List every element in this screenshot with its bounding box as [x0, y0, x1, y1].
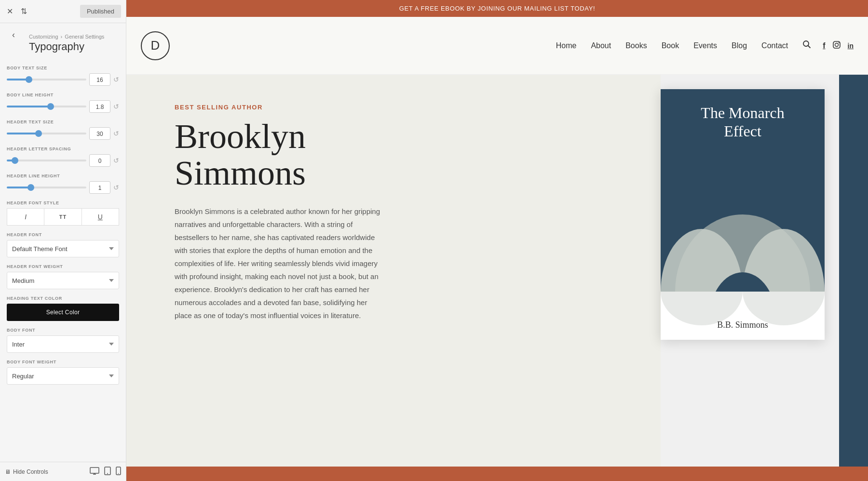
svg-line-8 [808, 46, 811, 48]
header-text-size-fill [7, 133, 39, 134]
select-color-button[interactable]: Select Color [7, 304, 119, 321]
swap-button[interactable]: ⇅ [19, 5, 29, 18]
header-font-weight-select[interactable]: Medium [7, 272, 119, 289]
mobile-view-button[interactable] [116, 467, 121, 477]
nav-item-about[interactable]: About [591, 41, 611, 50]
header-letter-spacing-control: HEADER LETTER SPACING 0 ↺ [7, 147, 119, 167]
body-line-height-reset[interactable]: ↺ [113, 103, 119, 110]
header-letter-spacing-reset[interactable]: ↺ [113, 157, 119, 164]
header-letter-spacing-value: 0 [89, 154, 110, 167]
header-line-height-thumb[interactable] [27, 184, 34, 191]
arch-shapes [661, 157, 825, 292]
nav-item-books[interactable]: Books [625, 41, 647, 50]
body-line-height-value: 1.8 [89, 100, 110, 113]
customizer-panel: ✕ ⇅ Published ‹ Customizing › General Se… [0, 0, 126, 481]
search-icon[interactable] [802, 40, 811, 51]
book-title-line2: Effect [724, 122, 761, 140]
dark-right-section [839, 75, 868, 467]
header-line-height-reset[interactable]: ↺ [113, 184, 119, 191]
book-title-line1: The Monarch [701, 104, 784, 121]
site-logo: D [141, 31, 170, 60]
nav-item-events[interactable]: Events [693, 41, 717, 50]
header-letter-spacing-label: HEADER LETTER SPACING [7, 147, 119, 151]
body-font-label: BODY FONT [7, 328, 119, 333]
heading-text-color-control: HEADING TEXT COLOR Select Color [7, 296, 119, 321]
svg-text:B.B. Simmons: B.B. Simmons [717, 320, 768, 330]
body-line-height-fill [7, 106, 51, 107]
header-font-weight-label: HEADER FONT WEIGHT [7, 264, 119, 269]
svg-rect-0 [90, 468, 99, 473]
body-line-height-label: BODY LINE HEIGHT [7, 93, 119, 97]
panel-title: Typography [22, 40, 111, 60]
book-bottom-shapes: B.B. Simmons [661, 292, 825, 340]
header-font-control: HEADER FONT Default Theme Font [7, 232, 119, 257]
nav-item-book[interactable]: Book [662, 41, 679, 50]
bottom-orange-strip [126, 467, 868, 481]
panel-controls: BODY TEXT SIZE 16 ↺ BODY LINE HEIGHT 1.8… [0, 62, 126, 462]
svg-point-10 [835, 43, 838, 47]
hero-bio: Brooklyn Simmons is a celebrated author … [175, 205, 382, 322]
body-font-weight-control: BODY FONT WEIGHT Regular [7, 360, 119, 385]
body-line-height-slider-row: 1.8 ↺ [7, 100, 119, 113]
hero-name-line2: Simmons [175, 154, 306, 192]
breadcrumb: Customizing › General Settings [22, 28, 111, 40]
breadcrumb-arrow: › [61, 34, 63, 40]
back-button[interactable]: ‹ [7, 28, 20, 41]
instagram-icon[interactable] [832, 40, 841, 51]
header-font-style-control: HEADER FONT STYLE I TT U [7, 200, 119, 226]
social-icons: f in [823, 40, 854, 51]
monitor-icon: 🖥 [5, 468, 11, 475]
header-text-size-label: HEADER TEXT SIZE [7, 120, 119, 124]
underline-button[interactable]: U [81, 208, 119, 226]
site-main: BEST SELLING AUTHOR Brooklyn Simmons Bro… [126, 75, 868, 467]
svg-point-11 [838, 42, 839, 43]
header-text-size-thumb[interactable] [35, 130, 42, 137]
best-selling-label: BEST SELLING AUTHOR [175, 104, 637, 111]
linkedin-icon[interactable]: in [848, 42, 854, 50]
heading-text-color-label: HEADING TEXT COLOR [7, 296, 119, 301]
panel-bottom-bar: 🖥 Hide Controls [0, 462, 126, 481]
nav-item-home[interactable]: Home [556, 41, 577, 50]
panel-header: ✕ ⇅ Published [0, 0, 126, 23]
nav-item-contact[interactable]: Contact [761, 41, 788, 50]
desktop-icon [90, 467, 99, 475]
header-text-size-control: HEADER TEXT SIZE 30 ↺ [7, 120, 119, 140]
header-line-height-value: 1 [89, 181, 110, 194]
header-text-size-reset[interactable]: ↺ [113, 130, 119, 137]
hide-controls-label: Hide Controls [13, 468, 48, 475]
body-font-select[interactable]: Inter [7, 335, 119, 353]
body-font-control: BODY FONT Inter [7, 328, 119, 353]
facebook-icon[interactable]: f [823, 41, 825, 50]
bold-button[interactable]: TT [44, 208, 81, 226]
body-line-height-thumb[interactable] [47, 103, 54, 110]
body-font-weight-select[interactable]: Regular [7, 367, 119, 385]
mobile-icon [116, 467, 121, 475]
hero-section: BEST SELLING AUTHOR Brooklyn Simmons Bro… [126, 75, 661, 467]
body-text-size-thumb[interactable] [26, 76, 32, 83]
breadcrumb-part2[interactable]: General Settings [65, 34, 104, 40]
header-font-select[interactable]: Default Theme Font [7, 240, 119, 257]
close-button[interactable]: ✕ [5, 5, 15, 18]
header-text-size-track [7, 133, 86, 134]
italic-button[interactable]: I [7, 208, 44, 226]
body-text-size-reset[interactable]: ↺ [113, 76, 119, 83]
body-text-size-slider-row: 16 ↺ [7, 73, 119, 86]
tablet-view-button[interactable] [104, 467, 111, 477]
preview-area: GET A FREE EBOOK BY JOINING OUR MAILING … [126, 0, 868, 481]
back-icon: ‹ [12, 30, 15, 40]
svg-point-7 [803, 41, 809, 46]
published-button[interactable]: Published [80, 5, 121, 18]
header-letter-spacing-track [7, 160, 86, 161]
header-letter-spacing-thumb[interactable] [12, 157, 18, 164]
desktop-view-button[interactable] [90, 467, 99, 477]
header-line-height-label: HEADER LINE HEIGHT [7, 174, 119, 178]
hide-controls-button[interactable]: 🖥 Hide Controls [5, 468, 48, 475]
body-font-weight-label: BODY FONT WEIGHT [7, 360, 119, 364]
header-letter-spacing-slider-row: 0 ↺ [7, 154, 119, 167]
nav-item-blog[interactable]: Blog [732, 41, 747, 50]
breadcrumb-part1[interactable]: Customizing [29, 34, 58, 40]
header-text-size-value: 30 [89, 127, 110, 140]
header-text-size-slider-row: 30 ↺ [7, 127, 119, 140]
book-card: The Monarch Effect [661, 89, 825, 340]
svg-point-4 [107, 473, 108, 474]
